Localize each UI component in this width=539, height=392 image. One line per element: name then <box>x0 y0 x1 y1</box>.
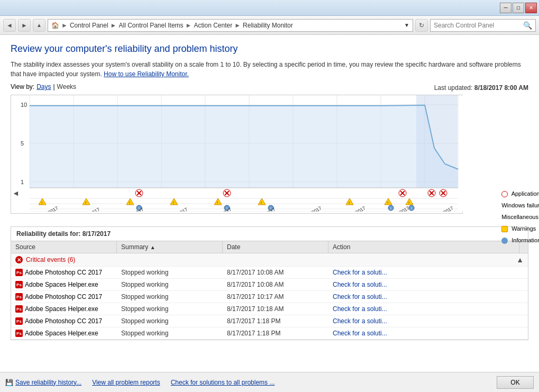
window-controls: ─ □ ✕ <box>500 3 537 13</box>
cell-summary-1: Stopped working <box>117 279 223 290</box>
reliability-chart[interactable]: 10 5 1 <box>11 95 463 214</box>
forward-button[interactable]: ► <box>18 19 31 32</box>
maximize-button[interactable]: □ <box>513 3 524 13</box>
cell-source-4: Ps Adobe Photoshop CC 2017 <box>11 315 117 327</box>
view-problems-link[interactable]: View all problem reports <box>92 379 160 386</box>
view-days-link[interactable]: Days <box>36 83 51 90</box>
table-row: Ps Adobe Spaces Helper.exe Stopped worki… <box>11 303 528 315</box>
details-header: Reliability details for: 8/17/2017 <box>11 227 528 241</box>
ps-icon-5: Ps <box>15 330 23 337</box>
title-bar: ─ □ ✕ <box>0 0 539 16</box>
svg-marker-20 <box>30 105 458 188</box>
svg-text:!: ! <box>261 200 262 205</box>
col-summary: Summary ▲ <box>117 241 223 253</box>
back-button[interactable]: ◄ <box>3 19 16 32</box>
cell-date-3: 8/17/2017 10:18 AM <box>223 303 328 315</box>
minimize-button[interactable]: ─ <box>500 3 511 13</box>
critical-events-row[interactable]: ✕ Critical events (6) ▲ <box>11 253 528 267</box>
svg-text:!: ! <box>41 200 42 205</box>
chart-svg: 10 5 1 <box>11 95 463 212</box>
cell-summary-0: Stopped working <box>117 267 223 278</box>
breadcrumb-icon: 🏠 <box>51 22 59 29</box>
breadcrumb-all-items[interactable]: All Control Panel Items <box>119 22 184 29</box>
cell-date-4: 8/17/2017 1:18 PM <box>223 315 328 327</box>
breadcrumb: 🏠 ► Control Panel ► All Control Panel It… <box>48 19 413 32</box>
svg-text:i: i <box>411 206 412 211</box>
how-to-link[interactable]: How to use Reliability Monitor. <box>104 70 189 78</box>
view-by-section: View by: Days | Weeks <box>11 83 76 90</box>
col-date: Date <box>223 241 328 253</box>
address-bar: ◄ ► ▲ 🏠 ► Control Panel ► All Control Pa… <box>0 16 539 35</box>
cell-date-0: 8/17/2017 10:08 AM <box>223 267 328 278</box>
svg-text:10: 10 <box>21 102 27 108</box>
view-weeks-link[interactable]: Weeks <box>57 83 76 90</box>
breadcrumb-control-panel[interactable]: Control Panel <box>70 22 108 29</box>
critical-label: Critical events (6) <box>26 256 75 263</box>
cell-action-3[interactable]: Check for a soluti... <box>328 303 528 315</box>
breadcrumb-reliability-monitor: Reliability Monitor <box>243 22 293 29</box>
ps-icon-0: Ps <box>15 269 23 276</box>
save-icon: 💾 <box>5 379 13 386</box>
cell-summary-3: Stopped working <box>117 303 223 315</box>
cell-summary-2: Stopped working <box>117 291 223 303</box>
main-content: Review your computer's reliability and p… <box>0 35 539 372</box>
ps-icon-4: Ps <box>15 317 23 325</box>
description-text: The stability index assesses your system… <box>11 60 528 79</box>
cell-action-4[interactable]: Check for a soluti... <box>328 315 528 327</box>
breadcrumb-dropdown[interactable]: ▼ <box>404 22 409 28</box>
svg-text:◄: ◄ <box>12 189 20 197</box>
cell-date-2: 8/17/2017 10:17 AM <box>223 291 328 303</box>
table-row: Ps Adobe Spaces Helper.exe Stopped worki… <box>11 279 528 291</box>
cell-action-5[interactable]: Check for a soluti... <box>328 327 528 339</box>
chart-legend: Application failures Windows failures Mi… <box>501 188 539 246</box>
cell-action-1[interactable]: Check for a soluti... <box>328 279 528 290</box>
cell-source-3: Ps Adobe Spaces Helper.exe <box>11 303 117 315</box>
save-history-link[interactable]: 💾 Save reliability history... <box>5 379 81 386</box>
close-button[interactable]: ✕ <box>525 3 537 13</box>
cell-date-1: 8/17/2017 10:08 AM <box>223 279 328 290</box>
svg-text:i: i <box>390 206 391 211</box>
table-row: Ps Adobe Spaces Helper.exe Stopped worki… <box>11 327 528 340</box>
cell-source-0: Ps Adobe Photoshop CC 2017 <box>11 267 117 278</box>
svg-text:!: ! <box>173 200 174 205</box>
breadcrumb-action-center[interactable]: Action Center <box>194 22 232 29</box>
svg-text:1: 1 <box>21 179 24 185</box>
up-button[interactable]: ▲ <box>33 19 45 32</box>
page-title: Review your computer's reliability and p… <box>11 43 528 54</box>
ps-icon-3: Ps <box>15 305 23 313</box>
refresh-button[interactable]: ↻ <box>415 19 428 32</box>
search-input[interactable] <box>434 22 521 29</box>
cell-action-2[interactable]: Check for a soluti... <box>328 291 528 303</box>
ok-button[interactable]: OK <box>497 376 534 389</box>
table-header: Source Summary ▲ Date Action <box>11 241 528 253</box>
cell-action-0[interactable]: Check for a soluti... <box>328 267 528 278</box>
cell-summary-4: Stopped working <box>117 315 223 327</box>
ps-icon-1: Ps <box>15 281 23 288</box>
svg-text:!: ! <box>129 200 130 205</box>
svg-text:!: ! <box>387 200 388 205</box>
cell-date-5: 8/17/2017 1:18 PM <box>223 327 328 339</box>
svg-text:!: ! <box>408 200 409 205</box>
search-icon[interactable]: 🔍 <box>523 21 532 30</box>
error-icon: ✕ <box>15 256 23 263</box>
reliability-details: Reliability details for: 8/17/2017 Sourc… <box>11 226 528 340</box>
check-solutions-link[interactable]: Check for solutions to all problems ... <box>171 379 275 386</box>
cell-summary-5: Stopped working <box>117 327 223 339</box>
search-box: 🔍 <box>430 19 536 32</box>
collapse-button[interactable]: ▲ <box>516 256 524 264</box>
col-action: Action <box>328 241 519 253</box>
ps-icon-2: Ps <box>15 293 23 300</box>
bottom-bar: 💾 Save reliability history... View all p… <box>0 372 539 392</box>
table-row: Ps Adobe Photoshop CC 2017 Stopped worki… <box>11 291 528 303</box>
cell-source-5: Ps Adobe Spaces Helper.exe <box>11 327 117 339</box>
table-row: Ps Adobe Photoshop CC 2017 Stopped worki… <box>11 267 528 279</box>
col-source: Source <box>11 241 117 253</box>
svg-text:5: 5 <box>21 140 24 147</box>
cell-source-2: Ps Adobe Photoshop CC 2017 <box>11 291 117 303</box>
svg-text:!: ! <box>217 200 218 205</box>
svg-text:!: ! <box>349 200 350 205</box>
table-row: Ps Adobe Photoshop CC 2017 Stopped worki… <box>11 315 528 327</box>
cell-source-1: Ps Adobe Spaces Helper.exe <box>11 279 117 290</box>
svg-text:!: ! <box>85 200 86 205</box>
last-updated: Last updated: 8/18/2017 8:00 AM <box>434 84 528 92</box>
